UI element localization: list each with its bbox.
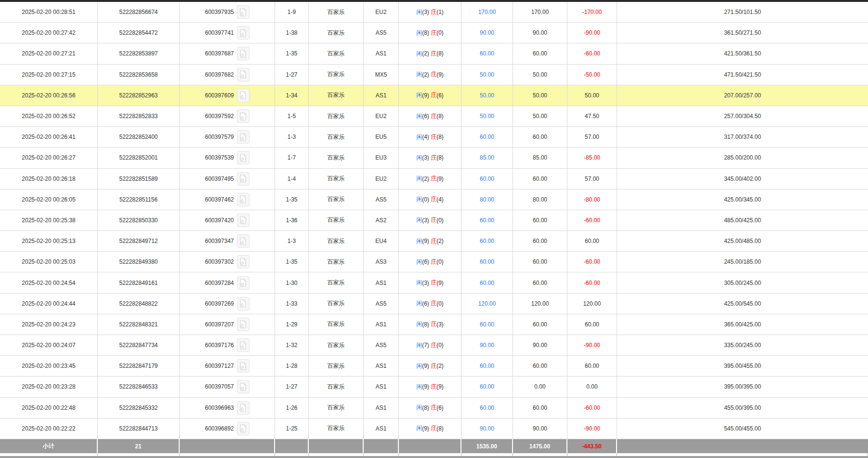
- time-cell: 2025-02-20 00:22:48: [0, 398, 98, 418]
- table-code-cell: AS1: [364, 418, 399, 439]
- video-replay-icon[interactable]: [237, 401, 250, 415]
- table-row[interactable]: 2025-02-20 00:26:41 522282852400 6003975…: [0, 127, 868, 148]
- bet-amount-link[interactable]: 60.00: [461, 356, 513, 376]
- result-cell: 闲(2) 庄(8): [399, 43, 461, 64]
- video-replay-icon[interactable]: [237, 276, 250, 290]
- bet-amount-link[interactable]: 50.00: [461, 85, 513, 106]
- video-replay-icon[interactable]: [237, 172, 250, 186]
- bet-amount-link[interactable]: 60.00: [461, 210, 513, 230]
- video-replay-icon[interactable]: [237, 338, 250, 352]
- table-row[interactable]: 2025-02-20 00:26:56 522282852963 6003976…: [0, 85, 868, 106]
- round-id-cell: 600397687: [180, 43, 275, 64]
- round-id-value: 600397609: [205, 92, 234, 99]
- table-row[interactable]: 2025-02-20 00:27:42 522282854472 6003977…: [0, 23, 868, 43]
- round-id-cell: 600397347: [180, 231, 275, 251]
- video-replay-icon[interactable]: [237, 26, 250, 40]
- round-id-value: 600397284: [205, 280, 234, 286]
- game-name-cell: 百家乐: [309, 23, 364, 43]
- balance-cell: 425.00/345.00: [617, 189, 868, 210]
- seat-cell: 1-34: [275, 85, 309, 106]
- video-replay-icon[interactable]: [237, 151, 250, 164]
- table-row[interactable]: 2025-02-20 00:22:48 522282845332 6003969…: [0, 398, 868, 418]
- bet-amount-link[interactable]: 90.00: [461, 23, 513, 43]
- win-loss-cell: -85.00: [567, 148, 617, 168]
- table-row[interactable]: 2025-02-20 00:27:15 522282853658 6003976…: [0, 65, 868, 85]
- bet-amount-link[interactable]: 170.00: [461, 2, 513, 22]
- table-row[interactable]: 2025-02-20 00:24:54 522282849161 6003972…: [0, 272, 868, 293]
- time-cell: 2025-02-20 00:26:41: [0, 127, 98, 147]
- table-row[interactable]: 2025-02-20 00:24:07 522282847734 6003971…: [0, 335, 868, 356]
- video-replay-icon[interactable]: [237, 47, 250, 60]
- bet-amount-link[interactable]: 60.00: [461, 169, 513, 189]
- round-id-value: 600397269: [205, 300, 234, 307]
- bet-amount-link[interactable]: 60.00: [461, 398, 513, 418]
- video-replay-icon[interactable]: [237, 68, 250, 81]
- video-replay-icon[interactable]: [237, 214, 250, 227]
- bet-amount-link[interactable]: 60.00: [461, 231, 513, 251]
- balance-cell: 335.00/245.00: [617, 335, 868, 355]
- bet-id-cell: 522282848321: [98, 314, 180, 335]
- table-row[interactable]: 2025-02-20 00:25:38 522282850330 6003974…: [0, 210, 868, 231]
- banker-label: 庄: [431, 237, 436, 245]
- bet-amount-link[interactable]: 90.00: [461, 418, 513, 439]
- table-row[interactable]: 2025-02-20 00:25:03 522282849380 6003973…: [0, 252, 868, 272]
- balance-cell: 345.00/402.00: [617, 169, 868, 189]
- win-loss-cell: 0.00: [567, 377, 617, 397]
- banker-label: 庄: [431, 154, 436, 162]
- time-cell: 2025-02-20 00:25:38: [0, 210, 98, 230]
- bet-amount-link[interactable]: 60.00: [461, 314, 513, 335]
- valid-amount-cell: 60.00: [513, 127, 567, 147]
- table-row[interactable]: 2025-02-20 00:26:27 522282852001 6003975…: [0, 148, 868, 168]
- table-row[interactable]: 2025-02-20 00:27:21 522282853897 6003976…: [0, 43, 868, 64]
- video-replay-icon[interactable]: [237, 422, 250, 435]
- bet-amount-link[interactable]: 60.00: [461, 272, 513, 293]
- table-row[interactable]: 2025-02-20 00:22:22 522282844713 6003968…: [0, 418, 868, 439]
- table-row[interactable]: 2025-02-20 00:23:45 522282847179 6003971…: [0, 356, 868, 377]
- video-replay-icon[interactable]: [237, 380, 250, 393]
- video-replay-icon[interactable]: [237, 89, 250, 102]
- round-id-cell: 600397127: [180, 356, 275, 376]
- bet-amount-link[interactable]: 60.00: [461, 377, 513, 397]
- table-row[interactable]: 2025-02-20 00:23:28 522282846533 6003970…: [0, 377, 868, 397]
- video-replay-icon[interactable]: [237, 255, 250, 269]
- game-name-cell: 百家乐: [309, 210, 364, 230]
- game-name-cell: 百家乐: [309, 189, 364, 210]
- video-replay-icon[interactable]: [237, 130, 250, 144]
- bet-amount-link[interactable]: 60.00: [461, 252, 513, 272]
- table-row[interactable]: 2025-02-20 00:24:23 522282848321 6003972…: [0, 314, 868, 335]
- player-label: 闲: [416, 70, 422, 79]
- bet-id-cell: 522282854472: [98, 23, 180, 43]
- video-replay-icon[interactable]: [237, 297, 250, 310]
- result-cell: 闲(9) 庄(6): [399, 85, 461, 106]
- bet-amount-link[interactable]: 60.00: [461, 43, 513, 64]
- bet-amount-link[interactable]: 60.00: [461, 127, 513, 147]
- bet-amount-link[interactable]: 90.00: [461, 335, 513, 355]
- bet-amount-link[interactable]: 80.00: [461, 189, 513, 210]
- table-row[interactable]: 2025-02-20 00:26:05 522282851156 6003974…: [0, 189, 868, 210]
- banker-label: 庄: [431, 216, 436, 224]
- valid-amount-cell: 0.00: [513, 377, 567, 397]
- balance-cell: 485.00/425.00: [617, 210, 868, 230]
- table-row[interactable]: 2025-02-20 00:26:18 522282851589 6003974…: [0, 169, 868, 189]
- table-row[interactable]: 2025-02-20 00:25:13 522282849712 6003973…: [0, 231, 868, 252]
- video-replay-icon[interactable]: [237, 193, 250, 206]
- video-replay-icon[interactable]: [237, 109, 250, 123]
- video-replay-icon[interactable]: [237, 5, 250, 19]
- bet-amount-link[interactable]: 120.00: [461, 294, 513, 314]
- bet-amount-link[interactable]: 50.00: [461, 65, 513, 85]
- round-id-cell: 600397935: [180, 2, 275, 22]
- bet-amount-link[interactable]: 85.00: [461, 148, 513, 168]
- seat-cell: 1-9: [275, 2, 309, 22]
- video-replay-icon[interactable]: [237, 359, 250, 373]
- valid-amount-cell: 120.00: [513, 294, 567, 314]
- video-replay-icon[interactable]: [237, 234, 250, 248]
- seat-cell: 1-27: [275, 65, 309, 85]
- table-row[interactable]: 2025-02-20 00:24:44 522282848822 6003972…: [0, 294, 868, 314]
- table-row[interactable]: 2025-02-20 00:28:51 522282856674 6003979…: [0, 2, 868, 23]
- bet-id-cell: 522282848822: [98, 294, 180, 314]
- video-replay-icon[interactable]: [237, 318, 250, 331]
- table-row[interactable]: 2025-02-20 00:26:52 522282852833 6003975…: [0, 106, 868, 127]
- player-label: 闲: [416, 424, 422, 432]
- bet-amount-link[interactable]: 50.00: [461, 106, 513, 126]
- round-id-value: 600397462: [205, 196, 234, 203]
